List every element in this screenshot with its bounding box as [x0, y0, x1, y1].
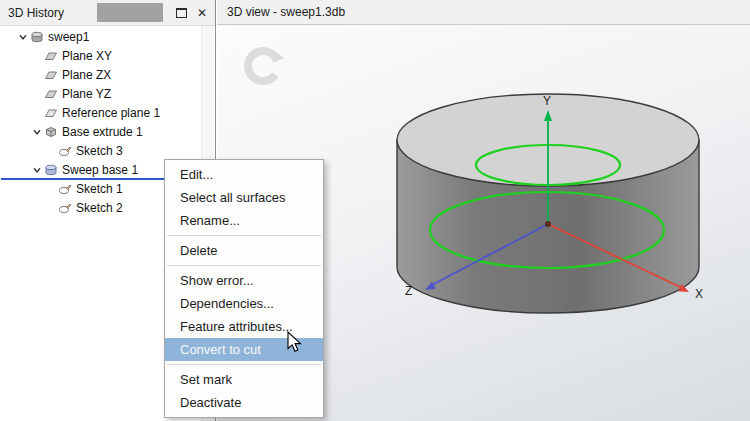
menu-item-rename[interactable]: Rename... — [165, 209, 323, 232]
menu-item-delete[interactable]: Delete — [165, 239, 323, 262]
tree-item-label: sweep1 — [45, 30, 89, 44]
menu-item-select-all-surfaces[interactable]: Select all surfaces — [165, 186, 323, 209]
menu-item-edit[interactable]: Edit... — [165, 163, 323, 186]
mouse-cursor-icon — [287, 331, 303, 353]
sketch-icon — [58, 201, 73, 215]
close-button[interactable]: ✕ — [193, 4, 211, 21]
menu-item-show-error[interactable]: Show error... — [165, 269, 323, 292]
orbit-widget-icon[interactable] — [248, 51, 284, 81]
tree-item-base-extrude-1[interactable]: Base extrude 1 — [0, 122, 202, 141]
menu-item-set-mark[interactable]: Set mark — [165, 368, 323, 391]
menu-separator — [167, 364, 321, 365]
plane-icon — [44, 68, 59, 82]
tree-item-label: Plane XY — [59, 49, 112, 63]
tree-item-label: Reference plane 1 — [59, 106, 160, 120]
axis-z-label: Z — [405, 284, 412, 298]
extrude-icon — [44, 125, 59, 139]
sketch-icon — [58, 144, 73, 158]
view-title: 3D view - sweep1.3db — [217, 5, 345, 19]
tree-item-label: Sketch 1 — [73, 182, 123, 196]
maximize-icon — [176, 8, 187, 18]
tree-item-label: Plane YZ — [59, 87, 111, 101]
history-panel-header: 3D History ✕ — [0, 0, 215, 26]
tree-item-plane-xy[interactable]: Plane XY — [0, 46, 202, 65]
tree-item-label: Sweep base 1 — [59, 163, 138, 177]
chevron-down-icon[interactable] — [16, 32, 30, 42]
panel-grip — [97, 3, 163, 22]
axis-y-label: Y — [543, 94, 551, 108]
origin-point — [545, 221, 551, 227]
chevron-down-icon[interactable] — [30, 165, 44, 175]
tree-item-plane-yz[interactable]: Plane YZ — [0, 84, 202, 103]
tree-item-label: Sketch 2 — [73, 201, 123, 215]
tree-item-reference-plane-1[interactable]: Reference plane 1 — [0, 103, 202, 122]
tree-item-plane-zx[interactable]: Plane ZX — [0, 65, 202, 84]
tree-item-label: Plane ZX — [59, 68, 111, 82]
plane-icon — [44, 87, 59, 101]
plane-icon — [44, 49, 59, 63]
part-icon — [30, 30, 45, 44]
reference-plane-icon — [44, 106, 59, 120]
3d-view-header: 3D view - sweep1.3db — [217, 0, 750, 25]
context-menu: Edit... Select all surfaces Rename... De… — [164, 159, 324, 418]
menu-separator — [167, 265, 321, 266]
tree-item-label: Sketch 3 — [73, 144, 123, 158]
menu-item-dependencies[interactable]: Dependencies... — [165, 292, 323, 315]
drop-indicator — [1, 178, 164, 180]
axis-x-label: X — [695, 287, 703, 301]
menu-separator — [167, 235, 321, 236]
chevron-down-icon[interactable] — [30, 127, 44, 137]
tree-item-label: Base extrude 1 — [59, 125, 143, 139]
sweep-icon — [44, 163, 59, 177]
menu-item-deactivate[interactable]: Deactivate — [165, 391, 323, 414]
tree-item-sweep1[interactable]: sweep1 — [0, 27, 202, 46]
tree-item-sketch-3[interactable]: Sketch 3 — [0, 141, 202, 160]
panel-title: 3D History — [0, 6, 64, 20]
sketch-icon — [58, 182, 73, 196]
maximize-button[interactable] — [172, 4, 190, 21]
